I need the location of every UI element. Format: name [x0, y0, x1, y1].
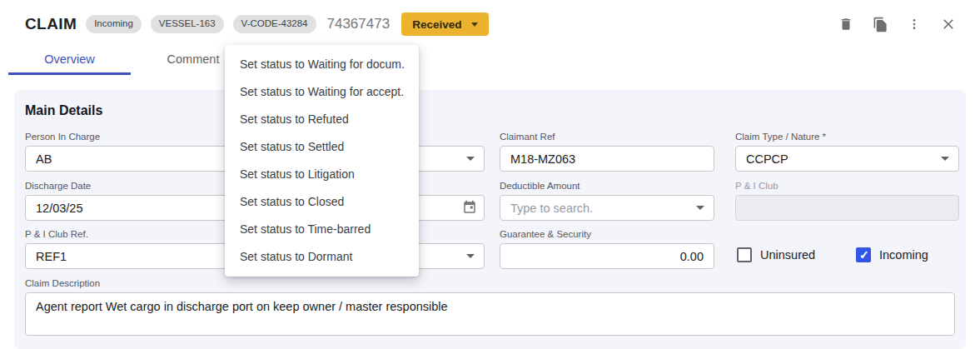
tab-bar: Overview Comment	[8, 45, 256, 75]
deductible-amount-select[interactable]	[500, 195, 714, 221]
menu-item-closed[interactable]: Set status to Closed	[225, 188, 419, 216]
field-label: Claimant Ref	[500, 132, 714, 142]
page-title: CLAIM	[25, 15, 77, 33]
claim-header: CLAIM Incoming VESSEL-163 V-CODE-43284 7…	[25, 11, 489, 37]
claim-description-textarea[interactable]: Agent report Wet cargo in discharge port…	[25, 292, 955, 336]
field-label: Guarantee & Security	[500, 229, 714, 239]
pi-club-input	[735, 195, 959, 221]
menu-item-time-barred[interactable]: Set status to Time-barred	[225, 216, 419, 243]
field-label: Claim Type / Nature *	[735, 132, 959, 142]
guarantee-security-input[interactable]	[500, 243, 714, 269]
header-actions	[838, 16, 957, 32]
menu-item-waiting-accept[interactable]: Set status to Waiting for accept.	[225, 78, 419, 106]
more-menu-button[interactable]	[906, 16, 923, 32]
field-pi-club: P & I Club	[735, 181, 959, 221]
field-label: Deductible Amount	[500, 181, 714, 191]
checkbox-label: Incoming	[879, 248, 928, 262]
field-claim-description: Claim Description Agent report Wet cargo…	[25, 278, 955, 339]
status-button-label: Received	[412, 18, 461, 31]
menu-item-dormant[interactable]: Set status to Dormant	[225, 243, 419, 271]
field-deductible-amount: Deductible Amount	[500, 181, 714, 221]
uninsured-checkbox[interactable]	[737, 247, 752, 262]
menu-item-refuted[interactable]: Set status to Refuted	[225, 106, 419, 133]
menu-item-litigation[interactable]: Set status to Litigation	[225, 161, 419, 188]
claim-type-select[interactable]	[735, 146, 959, 172]
field-label: P & I Club	[735, 181, 959, 191]
badge-vcode: V-CODE-43284	[233, 15, 316, 33]
close-button[interactable]	[940, 16, 957, 32]
incoming-checkbox-row[interactable]: Incoming	[856, 247, 928, 262]
field-label: Claim Description	[25, 278, 955, 288]
close-icon	[941, 17, 956, 32]
status-dropdown-menu: Set status to Waiting for docum. Set sta…	[225, 45, 419, 277]
menu-item-waiting-docum[interactable]: Set status to Waiting for docum.	[225, 51, 419, 78]
menu-item-settled[interactable]: Set status to Settled	[225, 133, 419, 161]
checkbox-label: Uninsured	[760, 248, 815, 262]
chevron-down-icon	[471, 22, 478, 27]
section-title: Main Details	[25, 103, 102, 118]
copy-icon	[873, 17, 888, 32]
kebab-menu-icon	[908, 17, 921, 31]
field-claimant-ref: Claimant Ref	[500, 132, 714, 172]
claim-number: 74367473	[327, 16, 391, 32]
copy-button[interactable]	[872, 16, 888, 32]
main-details-card: Main Details Person In Charge Claimant R…	[14, 90, 966, 349]
field-claim-type: Claim Type / Nature *	[735, 132, 959, 172]
claim-window: CLAIM Incoming VESSEL-163 V-CODE-43284 7…	[0, 0, 980, 349]
badge-vessel: VESSEL-163	[151, 15, 224, 33]
delete-button[interactable]	[838, 16, 854, 32]
claimant-ref-input[interactable]	[500, 146, 714, 172]
badge-incoming: Incoming	[86, 15, 142, 33]
trash-icon	[838, 17, 853, 32]
field-guarantee-security: Guarantee & Security	[500, 229, 714, 269]
uninsured-checkbox-row[interactable]: Uninsured	[737, 247, 815, 262]
calendar-icon[interactable]	[462, 200, 477, 218]
incoming-checkbox[interactable]	[856, 247, 871, 262]
status-button[interactable]: Received	[401, 12, 489, 36]
tab-overview[interactable]: Overview	[8, 45, 131, 75]
